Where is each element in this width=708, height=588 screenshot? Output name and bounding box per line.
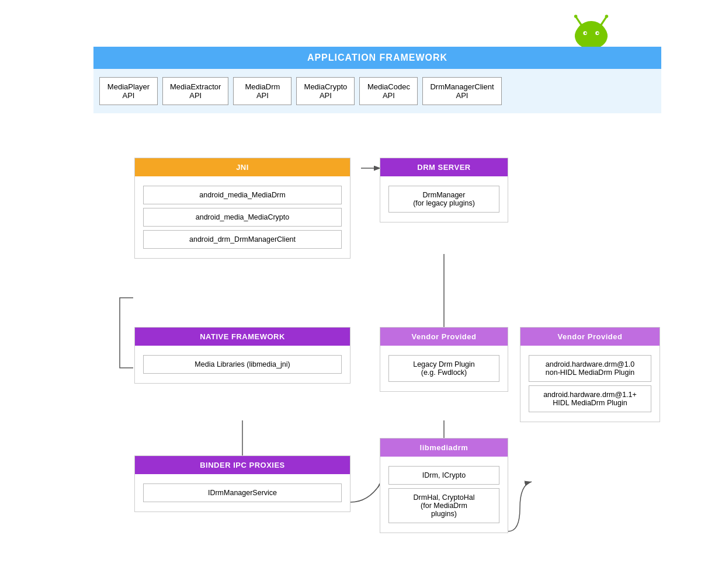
app-framework-section: APPLICATION FRAMEWORK MediaPlayerAPI Med…	[93, 47, 661, 113]
vendor2-body: android.hardware.drm@1.0 non-HIDL MediaD…	[520, 346, 660, 422]
libmediadrm-item-1: IDrm, ICrypto	[388, 466, 499, 485]
api-box-mediacrypto: MediaCryptoAPI	[296, 77, 355, 105]
vendor2-item-2: android.hardware.drm@1.1+ HIDL MediaDrm …	[529, 385, 651, 412]
vendor2-section: Vendor Provided android.hardware.drm@1.0…	[520, 327, 660, 422]
app-framework-body: MediaPlayerAPI MediaExtractorAPI MediaDr…	[93, 69, 661, 113]
svg-line-1	[601, 18, 606, 26]
diagram-area: JNI android_media_MediaDrm android_media…	[93, 158, 685, 578]
api-box-drmmanagerclient: DrmManagerClientAPI	[422, 77, 501, 105]
svg-point-2	[574, 15, 578, 18]
libmediadrm-body: IDrm, ICrypto DrmHal, CryptoHal (for Med…	[380, 457, 508, 533]
libmediadrm-header: libmediadrm	[380, 439, 508, 457]
drm-server-header: DRM SERVER	[380, 158, 508, 176]
drm-server-body: DrmManager (for legacy plugins)	[380, 176, 508, 222]
jni-item-1: android_media_MediaDrm	[143, 186, 342, 204]
jni-section: JNI android_media_MediaDrm android_media…	[134, 158, 350, 259]
binder-ipc-section: BINDER IPC PROXIES IDrmManagerService	[134, 455, 350, 512]
native-framework-item-1: Media Libraries (libmedia_jni)	[143, 355, 342, 374]
drm-server-section: DRM SERVER DrmManager (for legacy plugin…	[380, 158, 508, 222]
vendor1-body: Legacy Drm Plugin (e.g. Fwdlock)	[380, 346, 508, 391]
binder-ipc-item-1: IDrmManagerService	[143, 483, 342, 502]
jni-item-2: android_media_MediaCrypto	[143, 208, 342, 227]
vendor2-header: Vendor Provided	[520, 328, 660, 346]
libmediadrm-section: libmediadrm IDrm, ICrypto DrmHal, Crypto…	[380, 438, 508, 533]
jni-header: JNI	[135, 158, 350, 176]
api-box-mediadrm: MediaDrmAPI	[233, 77, 291, 105]
api-box-mediaextractor: MediaExtractorAPI	[162, 77, 228, 105]
svg-point-8	[597, 32, 599, 34]
svg-point-7	[585, 32, 586, 34]
drm-server-item-1: DrmManager (for legacy plugins)	[388, 186, 499, 213]
native-framework-header: NATIVE FRAMEWORK	[135, 328, 350, 346]
binder-ipc-body: IDrmManagerService	[135, 474, 350, 512]
svg-point-4	[575, 23, 608, 49]
svg-line-0	[576, 18, 582, 26]
api-box-mediaplayer: MediaPlayerAPI	[99, 77, 158, 105]
vendor1-header: Vendor Provided	[380, 328, 508, 346]
vendor2-item-1: android.hardware.drm@1.0 non-HIDL MediaD…	[529, 355, 651, 382]
api-box-mediacodec: MediaCodecAPI	[359, 77, 418, 105]
jni-body: android_media_MediaDrm android_media_Med…	[135, 176, 350, 258]
binder-ipc-header: BINDER IPC PROXIES	[135, 456, 350, 474]
jni-item-3: android_drm_DrmManagerClient	[143, 230, 342, 249]
native-framework-section: NATIVE FRAMEWORK Media Libraries (libmed…	[134, 327, 350, 384]
vendor1-section: Vendor Provided Legacy Drm Plugin (e.g. …	[380, 327, 508, 392]
app-framework-header: APPLICATION FRAMEWORK	[93, 47, 661, 69]
native-framework-body: Media Libraries (libmedia_jni)	[135, 346, 350, 383]
svg-point-3	[605, 15, 609, 18]
vendor1-item-1: Legacy Drm Plugin (e.g. Fwdlock)	[388, 355, 499, 382]
libmediadrm-item-2: DrmHal, CryptoHal (for MediaDrm plugins)	[388, 488, 499, 523]
